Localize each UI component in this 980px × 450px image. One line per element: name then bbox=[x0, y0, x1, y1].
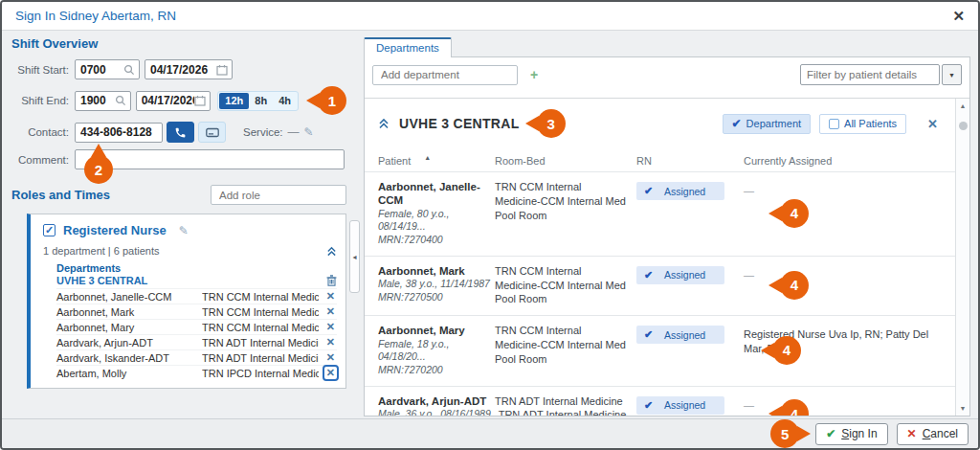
calendar-icon[interactable] bbox=[216, 64, 228, 76]
delete-department-trash-icon[interactable] bbox=[326, 275, 337, 286]
calendar-icon[interactable] bbox=[194, 95, 206, 106]
room-bed-cell: TRN ADT Internal Medicine -TRN ADT Inter… bbox=[495, 394, 636, 416]
dialog-footer: 5 ✔ Sign In ✕ Cancel bbox=[2, 418, 978, 448]
collapse-chevrons-icon[interactable] bbox=[378, 118, 390, 129]
scroll-up-icon[interactable]: ▲ bbox=[960, 102, 967, 109]
role-summary: 1 department | 6 patients bbox=[43, 245, 160, 257]
remove-patient-x-icon[interactable]: ✕ bbox=[324, 351, 337, 364]
check-icon: ✔ bbox=[644, 328, 653, 341]
shift-end-date-input[interactable] bbox=[136, 91, 212, 111]
role-checkbox[interactable]: ✓ bbox=[43, 224, 56, 236]
service-label: Service: bbox=[243, 126, 283, 138]
department-toggle-button[interactable]: ✔ Department bbox=[723, 114, 812, 134]
add-role-field[interactable] bbox=[217, 189, 368, 202]
panel-collapse-handle[interactable]: ◂ bbox=[349, 220, 360, 293]
shift-end-date-value[interactable] bbox=[142, 94, 195, 107]
patient-mrn: MRN:7270400 bbox=[378, 234, 495, 247]
shift-start-time-value[interactable] bbox=[80, 63, 123, 77]
shift-start-date-input[interactable] bbox=[145, 59, 233, 79]
assigned-button[interactable]: ✔Assigned bbox=[636, 396, 724, 415]
shift-end-label: Shift End: bbox=[11, 95, 69, 106]
column-currently-assigned[interactable]: Currently Assigned bbox=[744, 155, 942, 167]
add-department-field[interactable] bbox=[379, 68, 530, 81]
shift-end-time-input[interactable] bbox=[75, 91, 131, 111]
patient-name: Aardvark, Iskander-ADT bbox=[56, 352, 202, 364]
all-patients-toggle-button[interactable]: All Patients bbox=[819, 114, 906, 134]
remove-patient-x-icon[interactable]: ✕ bbox=[324, 321, 337, 333]
role-patient-row: Aardvark, Arjun-ADT TRN ADT Internal Med… bbox=[56, 334, 337, 349]
patient-cell: Aarbonnet, Mark Male, 38 y.o., 11/14/198… bbox=[378, 264, 495, 307]
comment-input[interactable] bbox=[75, 149, 345, 169]
add-role-input[interactable]: + bbox=[211, 185, 346, 205]
rn-cell: ✔Assigned bbox=[636, 180, 744, 247]
collapse-chevrons-icon[interactable] bbox=[326, 246, 337, 257]
edit-role-pencil-icon[interactable]: ✎ bbox=[179, 224, 189, 237]
remove-patient-x-icon[interactable]: ✕ bbox=[324, 336, 337, 349]
registered-nurse-role-card: ✓ Registered Nurse ✎ 1 department | 6 pa… bbox=[27, 214, 346, 389]
check-icon: ✔ bbox=[644, 399, 653, 412]
sign-in-button[interactable]: ✔ Sign In bbox=[815, 423, 887, 445]
add-department-plus-icon[interactable]: + bbox=[530, 68, 538, 81]
patient-mrn: MRN:7270500 bbox=[378, 291, 495, 304]
rn-cell: ✔Assigned bbox=[636, 264, 744, 307]
patient-demographics: Male, 38 y.o., 11/14/1987 bbox=[378, 278, 495, 291]
dialog-title: Sign In Sidney Abertam, RN bbox=[15, 9, 176, 23]
contact-input[interactable] bbox=[75, 123, 163, 143]
department-link[interactable]: UVHE 3 CENTRAL bbox=[56, 275, 147, 286]
pager-button[interactable] bbox=[198, 122, 226, 143]
patient-room: TRN CCM Internal Medicine-C... bbox=[202, 306, 319, 318]
callout-4: 4 bbox=[780, 199, 809, 228]
scrollbar-thumb[interactable] bbox=[959, 122, 968, 130]
assigned-button[interactable]: ✔Assigned bbox=[636, 326, 724, 344]
currently-assigned-cell: — 4 bbox=[744, 264, 942, 307]
edit-service-pencil-icon[interactable]: ✎ bbox=[304, 125, 314, 139]
time-lookup-icon[interactable] bbox=[115, 95, 126, 106]
department-button-label: Department bbox=[746, 118, 801, 129]
shift-start-time-input[interactable] bbox=[75, 59, 140, 79]
shift-overview-heading: Shift Overview bbox=[11, 36, 346, 51]
duration-8h-button[interactable]: 8h bbox=[249, 93, 273, 109]
duration-4h-button[interactable]: 4h bbox=[273, 93, 297, 109]
column-patient[interactable]: Patient▲ bbox=[378, 155, 495, 167]
comment-value[interactable] bbox=[80, 153, 340, 167]
time-lookup-icon[interactable] bbox=[123, 64, 135, 76]
contact-value[interactable] bbox=[80, 125, 158, 139]
role-name: Registered Nurse bbox=[63, 223, 167, 237]
add-department-input[interactable]: + bbox=[372, 65, 518, 85]
departments-label: Departments bbox=[56, 262, 337, 274]
assigned-button[interactable]: ✔Assigned bbox=[636, 182, 724, 200]
room-bed-cell: TRN CCM Internal Medicine-CCM Internal M… bbox=[495, 324, 636, 376]
remove-patient-x-icon-focused[interactable]: ✕ bbox=[324, 367, 337, 379]
shift-start-row: Shift Start: bbox=[11, 59, 346, 79]
tab-departments[interactable]: Departments bbox=[364, 37, 452, 57]
column-room-bed[interactable]: Room-Bed bbox=[495, 155, 636, 167]
currently-assigned-cell: — 4 bbox=[744, 394, 942, 416]
shift-end-time-value[interactable] bbox=[80, 94, 115, 107]
remove-patient-x-icon[interactable]: ✕ bbox=[324, 290, 337, 303]
scroll-down-icon[interactable]: ▼ bbox=[960, 405, 967, 412]
filter-patient-input[interactable] bbox=[800, 64, 940, 85]
cancel-label: Cancel bbox=[923, 427, 958, 440]
remove-patient-x-icon[interactable]: ✕ bbox=[324, 305, 337, 318]
patient-name: Aarbonnet, Janelle-CCM bbox=[378, 180, 495, 208]
department-patient-list: UVHE 3 CENTRAL 3 ✔ Department All Patien… bbox=[365, 98, 969, 416]
filter-dropdown-button[interactable]: ▼ bbox=[942, 64, 962, 85]
patient-name: Aarbonnet, Janelle-CCM bbox=[56, 291, 202, 303]
phone-icon bbox=[174, 126, 187, 139]
departments-tab-content: + ▼ UVHE 3 CENTRAL 3 ✔ Department bbox=[364, 56, 970, 416]
patient-demographics: Female, 80 y.o., 08/14/19... bbox=[378, 208, 495, 234]
role-patient-row: Aarbonnet, Janelle-CCM TRN CCM Internal … bbox=[56, 288, 337, 304]
sign-in-label: Sign In bbox=[841, 427, 877, 440]
phone-button[interactable] bbox=[167, 122, 194, 143]
shift-start-date-value[interactable] bbox=[150, 63, 216, 77]
dialog-close-icon[interactable]: ✕ bbox=[952, 9, 965, 23]
cancel-button[interactable]: ✕ Cancel bbox=[897, 423, 969, 445]
assigned-button[interactable]: ✔Assigned bbox=[636, 266, 724, 284]
patient-name: Abertam, Molly bbox=[56, 368, 202, 379]
patient-table-header: Patient▲ Room-Bed RN Currently Assigned bbox=[365, 142, 955, 171]
column-rn[interactable]: RN bbox=[636, 155, 744, 167]
duration-12h-button[interactable]: 12h bbox=[219, 93, 249, 109]
patient-room: TRN ADT Internal Medicine -T... bbox=[202, 352, 319, 364]
remove-department-x-icon[interactable]: ✕ bbox=[927, 117, 938, 131]
vertical-scrollbar[interactable]: ▲ ▼ bbox=[955, 99, 969, 416]
